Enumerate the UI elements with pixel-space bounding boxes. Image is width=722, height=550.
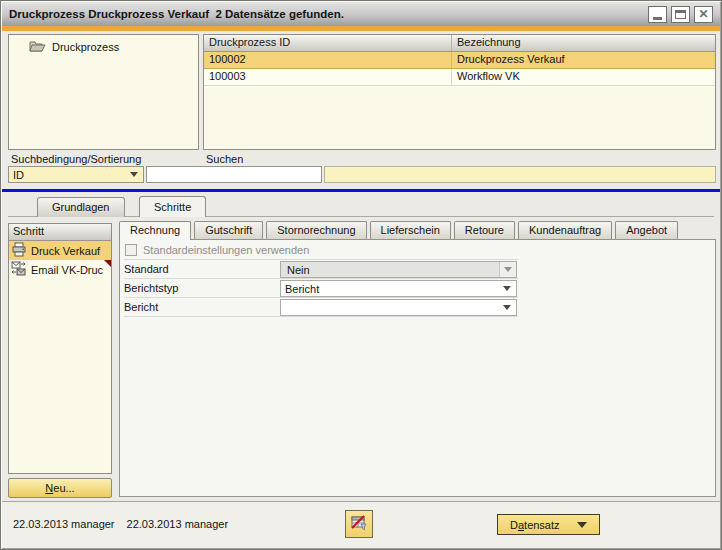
sort-condition-value: ID — [13, 169, 24, 181]
chevron-down-icon — [503, 305, 511, 310]
berichtstyp-label: Berichtstyp — [124, 279, 178, 298]
folder-icon — [29, 39, 46, 54]
window-title: Druckprozess Druckprozess Verkauf 2 Date… — [9, 8, 648, 20]
results-table: Druckprozess ID Bezeichnung 100002 Druck… — [203, 34, 716, 150]
datensatz-label: Datensatz — [510, 519, 560, 531]
app-window: Druckprozess Druckprozess Verkauf 2 Date… — [0, 0, 722, 550]
standard-dropdown[interactable]: Nein — [280, 261, 517, 278]
tab-angebot[interactable]: Angebot — [615, 221, 678, 239]
step-item-email-vk-druck[interactable]: Email VK-Druc — [9, 260, 111, 279]
tab-grundlagen[interactable]: Grundlagen — [37, 197, 125, 217]
default-settings-row: Standardeinstellungen verwenden — [124, 241, 518, 260]
minimize-button[interactable] — [648, 6, 667, 23]
column-header-bezeichnung[interactable]: Bezeichnung — [452, 35, 715, 51]
truncation-marker-icon — [104, 260, 111, 267]
tab-stornorechnung[interactable]: Stornorechnung — [266, 221, 366, 239]
section-divider — [2, 189, 720, 192]
search-label: Suchen — [206, 153, 243, 165]
tab-lieferschein[interactable]: Lieferschein — [370, 221, 451, 239]
updated-stamp: 22.03.2013 manager — [127, 518, 229, 530]
default-settings-label: Standardeinstellungen verwenden — [143, 244, 309, 256]
email-icon — [11, 261, 27, 278]
maximize-button[interactable] — [671, 6, 690, 23]
detail-panel: Standardeinstellungen verwenden Standard… — [119, 239, 716, 497]
berichtstyp-field-row: Berichtstyp Bericht — [124, 279, 518, 298]
remove-assignment-button[interactable] — [345, 510, 373, 538]
filter-label: Suchbedingung/Sortierung — [11, 153, 141, 165]
created-stamp: 22.03.2013 manager — [13, 518, 115, 530]
berichtstyp-dropdown[interactable]: Bericht — [280, 280, 517, 297]
table-row[interactable]: 100003 Workflow VK — [204, 69, 715, 86]
datensatz-button[interactable]: Datensatz — [497, 514, 600, 535]
category-tree-panel: Druckprozess — [8, 34, 199, 150]
tree-node-label: Druckprozess — [52, 41, 119, 53]
cell-bezeichnung: Druckprozess Verkauf — [452, 52, 715, 68]
tree-node-druckprozess[interactable]: Druckprozess — [29, 39, 198, 54]
grid-slash-icon — [350, 514, 368, 534]
title-bar: Druckprozess Druckprozess Verkauf 2 Date… — [2, 2, 720, 26]
sort-condition-dropdown[interactable]: ID — [8, 166, 144, 183]
tab-rechnung[interactable]: Rechnung — [119, 221, 191, 240]
accent-bar — [2, 26, 720, 31]
chevron-down-icon — [130, 172, 138, 177]
close-button[interactable]: ✕ — [694, 6, 713, 23]
tab-schritte[interactable]: Schritte — [139, 196, 206, 217]
column-header-id[interactable]: Druckprozess ID — [204, 35, 452, 51]
tab-kundenauftrag[interactable]: Kundenauftrag — [518, 221, 612, 239]
cell-id: 100003 — [204, 69, 452, 85]
minimize-icon — [653, 17, 662, 20]
berichtstyp-value: Bericht — [285, 283, 319, 295]
maximize-icon — [675, 10, 686, 19]
window-controls: ✕ — [648, 6, 713, 23]
search-input[interactable] — [146, 166, 322, 183]
cell-id: 100002 — [204, 52, 452, 68]
steps-panel-header: Schritt — [9, 224, 111, 241]
step-item-label: Druck Verkauf — [31, 245, 100, 257]
bericht-dropdown[interactable] — [280, 299, 517, 316]
status-bar: 22.03.2013 manager 22.03.2013 manager Da… — [2, 502, 720, 548]
cell-bezeichnung: Workflow VK — [452, 69, 715, 85]
search-secondary-field[interactable] — [324, 166, 716, 183]
step-item-label: Email VK-Druc — [31, 264, 103, 276]
table-row[interactable]: 100002 Druckprozess Verkauf — [204, 52, 715, 69]
new-step-button[interactable]: Neu... — [8, 478, 112, 498]
tab-gutschrift[interactable]: Gutschrift — [194, 221, 263, 239]
tab-retoure[interactable]: Retoure — [454, 221, 515, 239]
standard-field-row: Standard Nein — [124, 260, 518, 279]
bericht-field-row: Bericht — [124, 298, 518, 317]
table-header[interactable]: Druckprozess ID Bezeichnung — [204, 35, 715, 52]
chevron-down-icon — [577, 522, 587, 528]
bericht-label: Bericht — [124, 298, 158, 317]
default-settings-checkbox[interactable] — [125, 244, 137, 256]
chevron-down-icon — [503, 286, 511, 291]
steps-panel: Schritt Druck Verkauf — [8, 223, 112, 474]
audit-info: 22.03.2013 manager 22.03.2013 manager — [13, 518, 228, 530]
standard-value: Nein — [287, 264, 310, 276]
standard-label: Standard — [124, 260, 169, 279]
step-item-druck-verkauf[interactable]: Druck Verkauf — [9, 241, 111, 260]
close-icon: ✕ — [698, 8, 708, 20]
document-type-tabs: Rechnung Gutschrift Stornorechnung Liefe… — [119, 221, 678, 240]
printer-icon — [11, 242, 27, 259]
chevron-down-icon — [504, 267, 512, 272]
